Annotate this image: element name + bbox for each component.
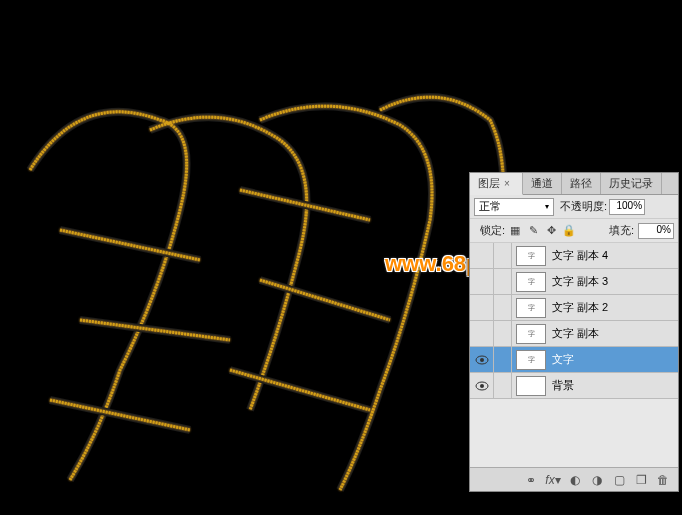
visibility-toggle[interactable] xyxy=(470,243,494,268)
fx-icon[interactable]: fx▾ xyxy=(544,471,562,489)
group-icon[interactable]: ▢ xyxy=(610,471,628,489)
mask-icon[interactable]: ◐ xyxy=(566,471,584,489)
tab-channels[interactable]: 通道 xyxy=(523,173,562,194)
layer-name-label[interactable]: 文字 副本 xyxy=(550,326,599,341)
layer-item[interactable]: 字文字 xyxy=(470,347,678,373)
trash-icon[interactable]: 🗑 xyxy=(654,471,672,489)
lock-all-icon[interactable]: 🔒 xyxy=(561,223,577,239)
tab-history[interactable]: 历史记录 xyxy=(601,173,662,194)
svg-point-1 xyxy=(480,358,484,362)
link-column[interactable] xyxy=(494,321,512,346)
panel-tabs: 图层× 通道 路径 历史记录 xyxy=(470,173,678,195)
tab-paths[interactable]: 路径 xyxy=(562,173,601,194)
fill-input[interactable]: 0% xyxy=(638,223,674,239)
layer-list: 字文字 副本 4字文字 副本 3字文字 副本 2字文字 副本字文字背景 xyxy=(470,243,678,399)
layer-name-label[interactable]: 文字 副本 3 xyxy=(550,274,608,289)
layer-name-label[interactable]: 背景 xyxy=(550,378,574,393)
layer-thumbnail[interactable]: 字 xyxy=(516,272,546,292)
opacity-input[interactable]: 100% xyxy=(609,199,645,215)
blend-opacity-row: 正常▾ 不透明度: 100% xyxy=(470,195,678,219)
layer-thumbnail[interactable]: 字 xyxy=(516,246,546,266)
chevron-down-icon: ▾ xyxy=(545,202,549,211)
lock-transparency-icon[interactable]: ▦ xyxy=(507,223,523,239)
visibility-toggle[interactable] xyxy=(470,321,494,346)
fill-label: 填充: xyxy=(609,223,634,238)
link-layers-icon[interactable]: ⚭ xyxy=(522,471,540,489)
visibility-toggle[interactable] xyxy=(470,347,494,372)
lock-label: 锁定: xyxy=(480,223,505,238)
layer-thumbnail[interactable]: 字 xyxy=(516,298,546,318)
adjustment-icon[interactable]: ◑ xyxy=(588,471,606,489)
layer-name-label[interactable]: 文字 副本 4 xyxy=(550,248,608,263)
link-column[interactable] xyxy=(494,295,512,320)
blend-mode-select[interactable]: 正常▾ xyxy=(474,198,554,216)
layer-thumbnail[interactable]: 字 xyxy=(516,324,546,344)
close-icon[interactable]: × xyxy=(500,178,514,189)
link-column[interactable] xyxy=(494,373,512,398)
layer-name-label[interactable]: 文字 副本 2 xyxy=(550,300,608,315)
new-layer-icon[interactable]: ❐ xyxy=(632,471,650,489)
svg-point-3 xyxy=(480,384,484,388)
layer-item[interactable]: 字文字 副本 xyxy=(470,321,678,347)
layer-thumbnail[interactable]: 字 xyxy=(516,350,546,370)
panel-footer: ⚭ fx▾ ◐ ◑ ▢ ❐ 🗑 xyxy=(470,467,678,491)
layers-panel: 图层× 通道 路径 历史记录 正常▾ 不透明度: 100% 锁定: ▦ ✎ ✥ … xyxy=(469,172,679,492)
opacity-label: 不透明度: xyxy=(560,199,607,214)
eye-icon xyxy=(475,355,489,365)
lock-fill-row: 锁定: ▦ ✎ ✥ 🔒 填充: 0% xyxy=(470,219,678,243)
layer-item[interactable]: 字文字 副本 3 xyxy=(470,269,678,295)
layer-name-label[interactable]: 文字 xyxy=(550,352,574,367)
link-column[interactable] xyxy=(494,243,512,268)
lock-position-icon[interactable]: ✥ xyxy=(543,223,559,239)
layer-item[interactable]: 字文字 副本 2 xyxy=(470,295,678,321)
visibility-toggle[interactable] xyxy=(470,373,494,398)
layer-item[interactable]: 字文字 副本 4 xyxy=(470,243,678,269)
layer-thumbnail[interactable] xyxy=(516,376,546,396)
link-column[interactable] xyxy=(494,347,512,372)
lock-pixels-icon[interactable]: ✎ xyxy=(525,223,541,239)
tab-layers[interactable]: 图层× xyxy=(470,173,523,195)
visibility-toggle[interactable] xyxy=(470,295,494,320)
visibility-toggle[interactable] xyxy=(470,269,494,294)
layer-item[interactable]: 背景 xyxy=(470,373,678,399)
eye-icon xyxy=(475,381,489,391)
link-column[interactable] xyxy=(494,269,512,294)
